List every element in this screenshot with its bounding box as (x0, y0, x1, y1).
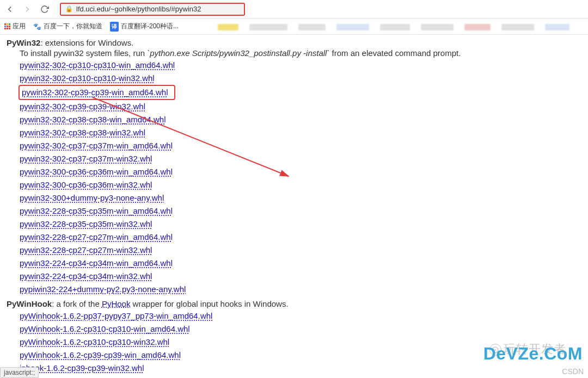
download-link[interactable]: pyWinhook-1.6.2-cp310-cp310-win32.whl (20, 336, 169, 349)
download-link[interactable]: pywin32-302-cp37-cp37m-win32.whl (20, 152, 152, 165)
install-suffix: from an elevated command prompt. (329, 48, 461, 58)
download-link[interactable]: pywin32-302-cp310-cp310-win_amd64.whl (20, 59, 175, 72)
bookmark-baidu[interactable]: 🐾 百度一下，你就知道 (33, 22, 102, 31)
download-link[interactable]: pyWinhook-1.6.2-pp37-pypy37_pp73-win_amd… (20, 309, 212, 323)
watermark-csdn: CSDN (562, 367, 584, 376)
download-link[interactable]: pywin32-228-cp27-cp27m-win_amd64.whl (20, 231, 173, 244)
reload-icon[interactable] (39, 4, 50, 15)
bookmark-translate[interactable]: 译 百度翻译-200种语... (110, 22, 179, 32)
download-link[interactable]: pywin32-302-cp39-cp39-win32.whl (20, 100, 145, 113)
download-link[interactable]: pywin32-300-cp36-cp36m-win_amd64.whl (20, 165, 173, 178)
download-link[interactable]: pywin32-228-cp35-cp35m-win_amd64.whl (20, 205, 173, 218)
back-icon[interactable] (4, 4, 15, 15)
download-link[interactable]: pypiwin32-224+dummy-py2.py3-none-any.whl (20, 283, 186, 296)
apps-button[interactable]: 应用 (4, 22, 26, 31)
forward-icon[interactable] (22, 4, 33, 15)
download-link[interactable]: pywin32-224-cp34-cp34m-win_amd64.whl (20, 257, 173, 270)
download-link[interactable]: pywin32-300-cp36-cp36m-win32.whl (20, 178, 152, 191)
download-link[interactable]: pywin32-224-cp34-cp34m-win32.whl (20, 270, 152, 283)
pywinhook-desc-suffix: wrapper for global input hooks in Window… (130, 299, 288, 308)
page-content: PyWin32: extensions for Windows. To inst… (0, 35, 588, 375)
status-bar: javascript:; (0, 367, 39, 378)
pywin32-desc: : extensions for Windows. (40, 38, 133, 47)
pywin32-section: PyWin32: extensions for Windows. To inst… (7, 38, 581, 296)
apps-icon (4, 23, 10, 29)
download-link[interactable]: pywin32-228-cp35-cp35m-win32.whl (20, 218, 152, 231)
pywin32-title: PyWin32 (7, 38, 40, 47)
pyhook-link[interactable]: PyHook (102, 299, 131, 308)
download-link[interactable]: pywin32-302-cp39-cp39-win_amd64.whl (22, 86, 168, 99)
watermark-devze: DeVZe.CoM (483, 344, 583, 364)
lock-icon: 🔒 (65, 5, 73, 13)
bookmark-label: 百度翻译-200种语... (121, 22, 179, 31)
download-link[interactable]: pyWinhook-1.6.2-cp310-cp310-win_amd64.wh… (20, 323, 190, 336)
apps-label: 应用 (13, 22, 26, 31)
install-prefix: To install pywin32 system files, run (20, 48, 147, 58)
browser-toolbar: 🔒 lfd.uci.edu/~gohlke/pythonlibs/#pywin3… (0, 0, 588, 18)
install-instruction: To install pywin32 system files, run `py… (20, 48, 581, 58)
url-text: lfd.uci.edu/~gohlke/pythonlibs/#pywin32 (76, 5, 201, 13)
url-bar[interactable]: 🔒 lfd.uci.edu/~gohlke/pythonlibs/#pywin3… (60, 3, 245, 16)
download-link[interactable]: pywin32-302-cp37-cp37m-win_amd64.whl (20, 139, 173, 152)
download-link[interactable]: pywin32-228-cp27-cp27m-win32.whl (20, 244, 152, 257)
baidu-icon: 🐾 (33, 23, 41, 30)
bookmark-label: 百度一下，你就知道 (44, 22, 102, 31)
download-link[interactable]: pywin32-302-cp38-cp38-win32.whl (20, 126, 145, 139)
download-link[interactable]: pywin32-302-cp310-cp310-win32.whl (20, 72, 155, 85)
pywin32-links: pywin32-302-cp310-cp310-win_amd64.whlpyw… (20, 59, 581, 296)
highlighted-link: pywin32-302-cp39-cp39-win_amd64.whl (19, 85, 175, 100)
blurred-bookmarks (218, 24, 572, 33)
download-link[interactable]: pywin32-300+dummy-py3-none-any.whl (20, 191, 164, 205)
pywinhook-desc-prefix: : a fork of the (52, 299, 102, 308)
translate-icon: 译 (110, 22, 119, 32)
pywinhook-title: PyWinHook (7, 299, 52, 308)
download-link[interactable]: pyWinhook-1.6.2-cp39-cp39-win_amd64.whl (20, 349, 181, 362)
download-link[interactable]: pywin32-302-cp38-cp38-win_amd64.whl (20, 113, 166, 126)
install-command: `python.exe Scripts/pywin32_postinstall.… (147, 48, 329, 58)
